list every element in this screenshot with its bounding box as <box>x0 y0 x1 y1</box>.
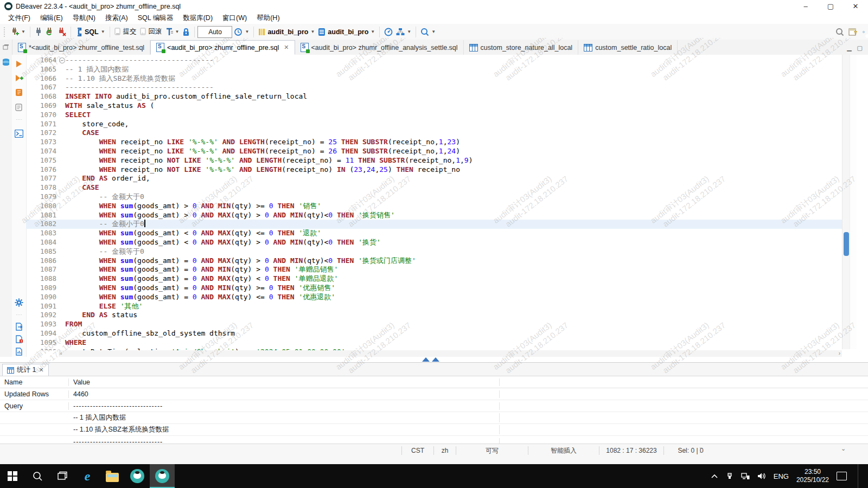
code-line[interactable]: 1067----------------------------------- <box>26 83 842 92</box>
lock-button[interactable] <box>181 27 192 37</box>
reconnect-button[interactable] <box>44 27 56 37</box>
language-indicator[interactable]: ENG <box>774 472 789 480</box>
code-line[interactable]: 1093FROM <box>26 320 842 329</box>
filter-search-button[interactable]: ▼ <box>419 27 437 37</box>
schema-selector[interactable]: audit_bi_pro ▼ <box>316 27 376 37</box>
task-view-button[interactable] <box>50 464 75 488</box>
menu-item[interactable]: SQL 编辑器 <box>133 12 178 24</box>
code-line[interactable]: 1080 WHEN sum(goods_amt) > 0 AND MIN(qty… <box>26 202 842 211</box>
restore-panel-icon[interactable] <box>3 44 9 50</box>
status-segment[interactable]: zh <box>433 446 456 455</box>
new-connection-button[interactable]: ▼ <box>9 27 27 37</box>
code-line[interactable]: 1069WITH sale_status AS ( <box>26 101 842 111</box>
transaction-mode-button[interactable]: ▼ <box>164 27 181 37</box>
code-line[interactable]: 1073 WHEN receipt_no LIKE '%-%-%' AND LE… <box>26 138 842 147</box>
editor-tab[interactable]: <audit_bi_pro> zhumr_offline_pre.sql✕ <box>150 40 295 55</box>
statistics-tab[interactable]: 统计 1 ✕ <box>2 364 49 376</box>
code-line[interactable]: 1082 -- 金额小于0 <box>26 220 842 229</box>
code-line[interactable]: 1074 WHEN receipt_no LIKE '%-%-%' AND LE… <box>26 147 842 156</box>
horizontal-scrollbar[interactable]: ‹ › <box>59 350 842 357</box>
network-tray-icon[interactable] <box>741 473 750 480</box>
execute-script-button[interactable] <box>14 87 24 97</box>
show-desktop-button[interactable] <box>858 464 860 488</box>
explain-plan-button[interactable] <box>14 102 24 112</box>
file-explorer-button[interactable] <box>100 464 125 488</box>
code-line[interactable]: 1076 WHEN receipt_no NOT LIKE '%-%-%' AN… <box>26 165 842 175</box>
open-view-icon[interactable] <box>848 28 858 36</box>
tray-expand-icon[interactable] <box>711 473 718 479</box>
maximize-editor-icon[interactable]: ▢ <box>857 44 863 52</box>
taskbar-search-button[interactable] <box>25 464 50 488</box>
code-line[interactable]: 1088 WHEN sum(goods_amt) = 0 AND MAX(qty… <box>26 274 842 284</box>
scroll-left-icon[interactable]: ‹ <box>60 350 62 357</box>
export-results-button[interactable] <box>14 322 24 331</box>
sql-editor-button[interactable]: SQL ▼ <box>74 27 107 37</box>
code-line[interactable]: 1091 ELSE '其他' <box>26 302 842 311</box>
status-segment[interactable]: CST <box>401 446 433 455</box>
status-segment[interactable]: 智能插入 <box>528 446 599 455</box>
code-line[interactable]: 1089 WHEN sum(goods_amt) = 0 AND MIN(qty… <box>26 284 842 293</box>
dbeaver-taskbar-button-active[interactable] <box>150 464 175 488</box>
usb-tray-icon[interactable] <box>726 472 733 480</box>
vertical-scrollbar[interactable] <box>842 55 850 349</box>
code-line[interactable]: 1087 WHEN sum(goods_amt) = 0 AND MIN(qty… <box>26 265 842 274</box>
fold-collapse-icon[interactable]: − <box>59 57 65 63</box>
code-line[interactable]: 1083 WHEN sum(goods_amt) < 0 AND MAX(qty… <box>26 229 842 238</box>
code-line[interactable]: 1084 WHEN sum(goods_amt) < 0 AND MAX(qty… <box>26 238 842 247</box>
menu-item[interactable]: 编辑(E) <box>35 12 68 24</box>
maximize-button[interactable]: ▢ <box>818 0 843 12</box>
save-report-button[interactable] <box>14 334 24 344</box>
close-tab-icon[interactable]: ✕ <box>284 44 289 51</box>
code-line[interactable]: 1081 WHEN sum(goods_amt) > 0 AND MAX(qty… <box>26 211 842 220</box>
status-segment[interactable]: Sel: 0 | 0 <box>663 446 717 455</box>
disconnect-button[interactable] <box>56 27 68 37</box>
column-header-name[interactable]: Name <box>0 378 69 386</box>
start-button[interactable] <box>0 464 25 488</box>
code-line[interactable]: 1070SELECT <box>26 111 842 120</box>
volume-tray-icon[interactable] <box>757 472 766 480</box>
editor-settings-button[interactable] <box>14 298 24 307</box>
dashboard-button[interactable] <box>382 27 394 37</box>
internet-explorer-button[interactable]: e <box>75 464 100 488</box>
status-segment[interactable]: 1082 : 17 : 36223 <box>599 446 663 455</box>
code-line[interactable]: 1092 END AS status <box>26 311 842 320</box>
editor-tab[interactable]: *<audit_bi_pro> zhumr_offline_test.sql <box>12 40 150 55</box>
code-line[interactable]: 1095WHERE <box>26 338 842 348</box>
execute-new-tab-button[interactable] <box>14 73 24 83</box>
code-line[interactable]: 1094 custom_offline_sbz_old_system dthsr… <box>26 329 842 338</box>
statistics-doc-button[interactable] <box>14 346 24 356</box>
table-row[interactable]: -- 1.10 插入SBZ老系统换货数据 <box>0 424 868 436</box>
commit-button[interactable]: 提交 <box>113 26 138 37</box>
menu-item[interactable]: 窗口(W) <box>218 12 252 24</box>
minimize-button[interactable]: – <box>793 0 818 12</box>
code-line[interactable]: 1068INSERT INTO audit_bi_pro.custom_offl… <box>26 92 842 101</box>
editor-tab[interactable]: custom_settle_ratio_local <box>578 40 678 55</box>
code-line[interactable]: 1090 WHEN sum(goods_amt) = 0 AND MAX(qty… <box>26 293 842 302</box>
taskbar-clock[interactable]: 23:50 2025/10/22 <box>796 468 829 484</box>
editor-results-splitter[interactable] <box>0 357 868 362</box>
table-row[interactable]: Query-------------------------------- <box>0 400 868 412</box>
database-navigator-icon[interactable] <box>2 58 10 67</box>
editor-tab[interactable]: custom_store_nature_all_local <box>464 40 579 55</box>
open-console-button[interactable] <box>14 129 24 138</box>
connection-selector[interactable]: audit_bi_pro ▼ <box>257 27 316 37</box>
code-line[interactable]: 1079 -- 金额大于0 <box>26 192 842 202</box>
code-line[interactable]: 1078 CASE <box>26 183 842 192</box>
code-line[interactable]: 1064−----------------------------------- <box>26 56 842 65</box>
dbeaver-perspective-button[interactable] <box>863 31 865 33</box>
code-line[interactable]: 1072 CASE <box>26 129 842 138</box>
dbeaver-taskbar-button[interactable] <box>125 464 150 488</box>
minimize-editor-icon[interactable]: ▁ <box>847 44 851 52</box>
transaction-log-button[interactable]: ▼ <box>232 27 251 37</box>
vertical-scrollbar-thumb[interactable] <box>844 232 849 256</box>
menu-item[interactable]: 搜索(A) <box>100 12 133 24</box>
rollback-button[interactable]: 回滚 <box>138 26 164 37</box>
status-collapse-icon[interactable]: ⌄ <box>841 445 846 452</box>
close-tab-icon[interactable]: ✕ <box>39 367 43 374</box>
status-overflow-dots[interactable]: ⋮ <box>697 446 704 454</box>
status-segment[interactable]: 可写 <box>456 446 528 455</box>
code-line[interactable]: 1071 store_code, <box>26 120 842 129</box>
column-header-value[interactable]: Value <box>69 378 500 386</box>
table-row[interactable]: -- 1 插入国内数据 <box>0 412 868 424</box>
sash-arrow-icon[interactable] <box>422 357 430 362</box>
